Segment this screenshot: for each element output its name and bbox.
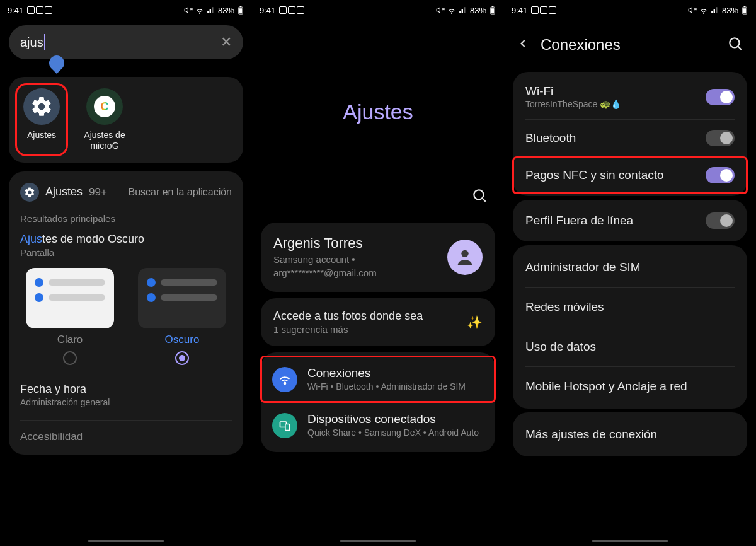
detail-header[interactable]: Ajustes 99+ Buscar en la aplicación [20, 183, 232, 202]
search-icon[interactable] [727, 35, 743, 54]
nav-handle[interactable] [88, 540, 164, 542]
conn-row-more[interactable]: Más ajustes de conexión [513, 415, 747, 454]
status-time: 9:41 [260, 6, 275, 15]
settings-row-connections[interactable]: Conexiones Wi-Fi • Bluetooth • Administr… [261, 356, 495, 402]
cursor-handle[interactable] [46, 52, 67, 74]
svg-point-20 [703, 13, 704, 13]
dark-mode-title: Ajustes de modo Oscuro [20, 233, 232, 246]
svg-rect-23 [743, 8, 747, 13]
theme-options: Claro Oscuro [20, 268, 232, 365]
row-sub: Wi-Fi • Bluetooth • Administrador de SIM [307, 381, 484, 392]
result-row-date-time[interactable]: Fecha y hora Administración general [20, 374, 232, 416]
account-sub: Samsung account • arg**********@gmail.co… [273, 253, 438, 279]
status-bar: 9:41 83% [252, 0, 504, 18]
connections-card-more: Más ajustes de conexión [513, 412, 747, 456]
status-bar: 9:41 83% [504, 0, 756, 18]
svg-line-13 [483, 199, 486, 202]
result-row-accessibility[interactable]: Accesibilidad [20, 424, 232, 443]
sparkle-icon: ✨ [467, 315, 483, 330]
radio-icon[interactable] [175, 351, 189, 365]
detail-count: 99+ [89, 186, 107, 199]
suggestion-card[interactable]: Accede a tus fotos donde sea 1 sugerenci… [261, 298, 495, 346]
conn-row-sim[interactable]: Administrador de SIM [513, 248, 747, 287]
gear-icon [20, 183, 39, 202]
svg-point-12 [474, 190, 483, 199]
svg-rect-17 [285, 424, 290, 430]
conn-row-bluetooth[interactable]: Bluetooth [513, 120, 747, 156]
svg-rect-4 [240, 6, 242, 7]
search-in-app-link[interactable]: Buscar en la aplicación [128, 187, 232, 198]
gear-icon [23, 88, 60, 125]
toggle-wifi[interactable] [706, 89, 735, 105]
row-sub: Quick Share • Samsung DeX • Android Auto [307, 427, 484, 438]
suggestion-title: Accede a tus fotos donde sea [273, 310, 423, 323]
dark-mode-result[interactable]: Ajustes de modo Oscuro Pantalla [20, 233, 232, 258]
toggle-bluetooth[interactable] [706, 130, 735, 146]
conn-row-mobile-networks[interactable]: Redes móviles [513, 288, 747, 327]
connections-card-2: Administrador de SIM Redes móviles Uso d… [513, 245, 747, 409]
connections-card-offline: Perfil Fuera de línea [513, 200, 747, 241]
conn-row-offline[interactable]: Perfil Fuera de línea [513, 202, 747, 239]
svg-rect-22 [744, 6, 746, 7]
notification-icons [27, 6, 52, 14]
settings-list: Conexiones Wi-Fi • Bluetooth • Administr… [261, 352, 495, 452]
svg-point-14 [461, 250, 468, 257]
battery-icon [489, 6, 496, 15]
phone-screen-3: 9:41 83% Conexiones Wi-Fi TorresInTheSpa… [504, 0, 756, 546]
svg-rect-5 [239, 8, 243, 13]
battery-icon [237, 6, 244, 15]
status-right: 83% [184, 6, 244, 15]
microg-icon: C [86, 88, 123, 125]
status-right: 83% [688, 6, 748, 15]
svg-rect-10 [492, 6, 494, 7]
status-battery: 83% [722, 6, 738, 15]
conn-row-data-usage[interactable]: Uso de datos [513, 327, 747, 366]
app-label: Ajustes [27, 130, 56, 141]
radio-icon[interactable] [63, 351, 77, 365]
wifi-icon [272, 367, 297, 392]
wifi-icon [699, 6, 708, 15]
conn-sub: TorresInTheSpace 🐢💧 [525, 99, 698, 109]
svg-line-25 [738, 47, 742, 50]
wifi-icon [195, 6, 204, 15]
toggle-nfc[interactable] [706, 167, 735, 183]
nav-handle[interactable] [340, 540, 416, 542]
theme-light-label: Claro [57, 334, 83, 346]
battery-icon [741, 6, 748, 15]
toggle-offline[interactable] [706, 212, 735, 229]
theme-dark-option[interactable]: Oscuro [132, 268, 232, 365]
theme-light-option[interactable]: Claro [20, 268, 120, 365]
search-icon[interactable] [471, 187, 488, 206]
status-right: 83% [436, 6, 496, 15]
signal-icon [711, 6, 719, 15]
page-title: Conexiones [541, 36, 621, 54]
app-result-microg[interactable]: C Ajustes de microG [79, 88, 130, 151]
search-detail-card: Ajustes 99+ Buscar en la aplicación Resu… [9, 171, 243, 455]
conn-row-wifi[interactable]: Wi-Fi TorresInTheSpace 🐢💧 [513, 74, 747, 119]
conn-title: Pagos NFC y sin contacto [525, 168, 698, 182]
back-icon[interactable] [517, 36, 529, 54]
conn-row-hotspot[interactable]: Mobile Hotspot y Anclaje a red [513, 367, 747, 406]
connections-card-1: Wi-Fi TorresInTheSpace 🐢💧 Bluetooth Pago… [513, 72, 747, 196]
app-results-card: Ajustes C Ajustes de microG [9, 77, 243, 163]
search-input[interactable]: ajus ✕ [9, 25, 243, 59]
app-label: Ajustes de microG [79, 130, 130, 151]
row-title: Dispositivos conectados [307, 412, 484, 426]
dark-mode-sub: Pantalla [20, 247, 232, 258]
settings-row-devices[interactable]: Dispositivos conectados Quick Share • Sa… [261, 402, 495, 448]
text-cursor [44, 34, 45, 50]
status-battery: 83% [470, 6, 486, 15]
theme-preview [138, 268, 226, 328]
conn-title: Wi-Fi [525, 84, 698, 98]
nav-handle[interactable] [592, 540, 668, 542]
detail-title: Ajustes [45, 185, 83, 199]
svg-rect-11 [491, 8, 495, 13]
app-result-ajustes[interactable]: Ajustes [16, 84, 67, 155]
clear-icon[interactable]: ✕ [220, 34, 232, 50]
theme-dark-label: Oscuro [165, 334, 200, 346]
account-name: Argenis Torres [273, 235, 438, 252]
conn-row-nfc[interactable]: Pagos NFC y sin contacto [513, 157, 747, 194]
theme-preview [26, 268, 114, 328]
volume-mute-icon [436, 6, 445, 15]
account-card[interactable]: Argenis Torres Samsung account • arg****… [261, 223, 495, 292]
